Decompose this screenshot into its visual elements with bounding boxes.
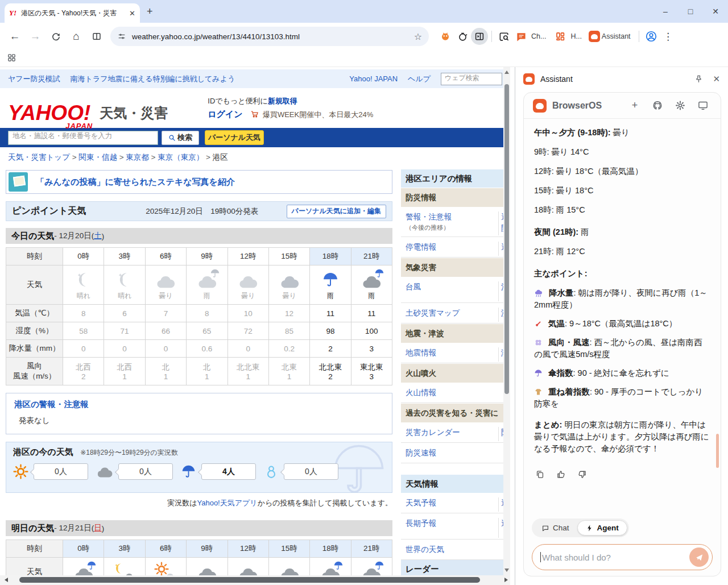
assistant-extension-label[interactable]: Assistant xyxy=(602,32,631,40)
rain-cloud-icon xyxy=(534,289,543,297)
disaster-calendar-link[interactable]: 災害カレンダー xyxy=(406,428,460,437)
browser-menu-button[interactable]: ⋮ xyxy=(660,28,677,45)
login-link[interactable]: ログイン xyxy=(208,109,242,119)
yahoo-japan-link[interactable]: Yahoo! JAPAN xyxy=(349,74,398,83)
grid-extension-label[interactable]: H... xyxy=(570,32,581,40)
page-vertical-scrollbar[interactable] xyxy=(503,67,510,575)
bookmark-star-icon[interactable]: ☆ xyxy=(414,31,422,42)
wind-row: 風向風速（m/s） 北西2 北西1 北1 北1 北北東1 北東1 北北東2 東北… xyxy=(6,358,392,385)
cloudy-vote[interactable]: 0人 xyxy=(96,463,173,480)
extension-kettle-icon[interactable] xyxy=(454,28,471,45)
hours-header-row: 時刻 0時 3時 6時 9時 12時 15時 18時 21時 xyxy=(6,540,392,558)
tomorrow-weather-table: 時刻 0時 3時 6時 9時 12時 15時 18時 21時 天気 xyxy=(6,540,392,575)
apps-grid-icon[interactable] xyxy=(7,53,16,63)
reading-mode-button[interactable] xyxy=(86,26,107,47)
page-horizontal-scrollbar[interactable] xyxy=(0,575,510,585)
forecast-link[interactable]: 天気予報 xyxy=(406,499,436,507)
breadcrumb-tokyo-pref[interactable]: 東京都 xyxy=(126,153,149,161)
search-button[interactable]: 検索 xyxy=(162,131,199,145)
weather-app-link[interactable]: Yahoo!天気アプリ xyxy=(197,499,257,507)
campaign-link[interactable]: 爆買WEEK開催中、本日最大24% xyxy=(263,110,373,119)
photo-banner-link[interactable]: 「みんなの投稿」に寄せられたステキな写真を紹介 xyxy=(36,177,235,188)
reload-button[interactable] xyxy=(46,26,66,47)
hourly-line: 15時: 曇り 18°C xyxy=(534,185,710,197)
web-search-input[interactable]: ウェブ検索 xyxy=(441,73,502,85)
assistant-input[interactable]: What should I do? xyxy=(532,544,713,570)
new-tab-button[interactable]: + xyxy=(147,6,153,18)
site-settings-icon[interactable] xyxy=(117,32,126,41)
chat-mode-button[interactable]: Chat xyxy=(533,520,577,536)
world-weather-link[interactable]: 世界の天気 xyxy=(406,545,444,554)
earthquake-link[interactable]: 地震情報 xyxy=(406,348,436,357)
yahoo-logo[interactable]: YAHOO!JAPAN xyxy=(8,103,90,122)
point-umbrella: 傘指数: 90 - 絶対に傘を忘れずに xyxy=(534,367,710,379)
personal-add-edit-button[interactable]: パーソナル天気に追加・編集 xyxy=(287,205,386,218)
power-outage-link[interactable]: 停電情報 xyxy=(406,243,436,251)
breadcrumb-top[interactable]: 天気・災害トップ xyxy=(8,153,70,161)
breadcrumb-current: 港区 xyxy=(213,153,228,161)
copy-icon[interactable] xyxy=(535,470,545,479)
github-icon[interactable] xyxy=(649,100,666,111)
rain-vote[interactable]: 4人 xyxy=(181,463,256,480)
longterm-forecast-link[interactable]: 長期予報 xyxy=(406,519,436,528)
extension-bug-icon[interactable] xyxy=(437,28,454,45)
forward-button[interactable]: → xyxy=(25,26,46,47)
agent-mode-button[interactable]: Agent xyxy=(577,520,627,536)
area-row: 警報・注意報 （今後の推移） 避開 xyxy=(401,207,503,237)
home-button[interactable]: ⌂ xyxy=(66,26,86,47)
area-info-title: 港区エリアの情報 xyxy=(401,169,503,188)
assistant-input-area: Chat Agent What should I do? xyxy=(524,518,721,570)
section-bousai: 防災情報 xyxy=(401,188,503,207)
sunny-vote[interactable]: 0人 xyxy=(13,463,88,480)
promo-link-nankai[interactable]: 南海トラフ地震に備える特別編に挑戦してみよう xyxy=(71,74,235,84)
bousai-sokuho-link[interactable]: 防災速報 xyxy=(406,449,436,457)
promo-link-bousai[interactable]: ヤフー防災模試 xyxy=(8,74,60,84)
chat-extension-label[interactable]: Ch... xyxy=(531,32,546,40)
breadcrumb-kanto[interactable]: 関東・信越 xyxy=(78,153,117,161)
section-jishin: 地震・津波 xyxy=(401,323,503,343)
grid-extension-icon[interactable] xyxy=(552,28,569,45)
volcano-link[interactable]: 火山情報 xyxy=(406,388,436,397)
url-text[interactable]: weather.yahoo.co.jp/weather/13/4410/1310… xyxy=(132,32,408,41)
tab-close-icon[interactable]: ✕ xyxy=(129,9,135,18)
warning-link[interactable]: 警報・注意報 xyxy=(406,213,452,221)
thumbs-down-icon[interactable] xyxy=(577,470,587,479)
landslide-map-link[interactable]: 土砂災害マップ xyxy=(406,309,460,317)
assistant-scrollbar[interactable] xyxy=(716,434,719,468)
side-panel-toggle[interactable] xyxy=(471,28,488,45)
wind-icon xyxy=(534,338,543,347)
typhoon-link[interactable]: 台風 xyxy=(406,283,421,291)
warnings-link[interactable]: 港区の警報・注意報 xyxy=(14,400,89,409)
send-button[interactable] xyxy=(689,547,709,567)
new-chat-button[interactable]: + xyxy=(626,99,643,111)
search-icon xyxy=(168,134,176,142)
snow-vote[interactable]: 0人 xyxy=(264,463,338,480)
personal-weather-button[interactable]: パーソナル天気 xyxy=(205,130,264,145)
location-search-input[interactable]: 地名・施設名・郵便番号を入力 xyxy=(8,131,158,145)
help-link[interactable]: ヘルプ xyxy=(408,74,431,84)
settings-gear-icon[interactable] xyxy=(672,100,689,111)
assistant-extension-icon[interactable] xyxy=(589,31,600,42)
area-row: 天気予報 週 xyxy=(401,493,503,513)
thumbs-up-icon[interactable] xyxy=(556,470,566,479)
chat-extension-icon[interactable] xyxy=(512,28,530,45)
close-panel-icon[interactable]: ✕ xyxy=(713,74,720,84)
back-button[interactable]: ← xyxy=(5,26,25,47)
profile-icon[interactable] xyxy=(643,28,660,45)
omnibox[interactable]: weather.yahoo.co.jp/weather/13/4410/1310… xyxy=(110,27,429,46)
photo-banner[interactable]: 「みんなの投稿」に寄せられたステキな写真を紹介 xyxy=(6,170,392,194)
saturday-link[interactable]: 土 xyxy=(94,231,102,241)
window-close-button[interactable]: ✕ xyxy=(703,7,728,16)
breadcrumb-tokyo[interactable]: 東京（東京） xyxy=(158,153,204,161)
hourly-line: 9時: 曇り 14°C xyxy=(534,146,710,158)
monitor-icon[interactable] xyxy=(694,100,712,111)
signup-link[interactable]: 新規取得 xyxy=(268,97,297,105)
browseros-header: BrowserOS + xyxy=(524,93,721,119)
search-tabs-icon[interactable] xyxy=(495,28,512,45)
browser-tab[interactable]: Y! 港区の天気 - Yahoo!天気・災害 ✕ xyxy=(5,3,140,23)
sunday-link[interactable]: 日 xyxy=(94,523,102,533)
votes-caption: 実況数はYahoo!天気アプリからの投稿を集計して掲載しています。 xyxy=(6,498,392,508)
window-minimize-button[interactable]: – xyxy=(653,7,678,16)
pin-icon[interactable] xyxy=(694,74,704,84)
window-maximize-button[interactable]: □ xyxy=(678,7,703,16)
